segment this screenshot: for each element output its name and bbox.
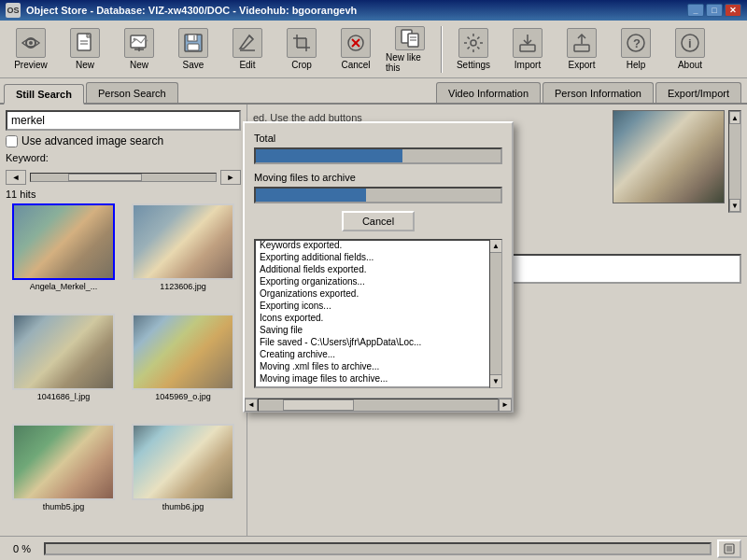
log-entry: Exporting icons... <box>260 300 497 312</box>
dialog-overlay: Total Moving files to archive Cancel Exp… <box>0 0 747 560</box>
scroll-right-btn[interactable]: ► <box>499 399 512 412</box>
total-progress-fill <box>256 149 402 162</box>
dialog-cancel-button[interactable]: Cancel <box>342 211 415 231</box>
moving-label: Moving files to archive <box>254 172 502 183</box>
scroll-track[interactable] <box>258 399 499 412</box>
log-entry: Organizations exported. <box>260 287 497 300</box>
log-entry: Moving image files to archive... <box>260 372 497 385</box>
log-entry: Icons exported. <box>260 312 497 324</box>
log-entry: Saving file <box>260 324 497 336</box>
dialog-cancel-row: Cancel <box>254 211 502 231</box>
moving-progress-fill <box>256 189 366 202</box>
total-progress-bar <box>254 147 502 164</box>
dialog-body: Total Moving files to archive Cancel Exp… <box>245 123 512 398</box>
log-entry: File saved - C:\Users\jfr\AppData\Loc... <box>260 336 497 348</box>
log-entry: Exporting organizations... <box>260 275 497 287</box>
dialog-log-scrollbar[interactable]: ▲ ▼ <box>489 239 502 388</box>
dialog-log[interactable]: Exporting persons... Persons exported. E… <box>254 239 502 388</box>
total-label: Total <box>254 133 502 144</box>
log-entry: Keywords exported. <box>260 239 497 251</box>
log-entry: Creating archive... <box>260 348 497 360</box>
moving-progress-bar <box>254 187 502 203</box>
scroll-left-btn[interactable]: ◄ <box>245 399 258 412</box>
log-entry: Moving .xml files to archive... <box>260 360 497 372</box>
scroll-thumb <box>283 399 355 411</box>
dialog-bottom-scrollbar[interactable]: ◄ ► <box>245 398 512 411</box>
log-entry: Additional fields exported. <box>260 263 497 275</box>
export-dialog: Total Moving files to archive Cancel Exp… <box>243 121 514 413</box>
log-entry: Exporting additional fields... <box>260 251 497 263</box>
